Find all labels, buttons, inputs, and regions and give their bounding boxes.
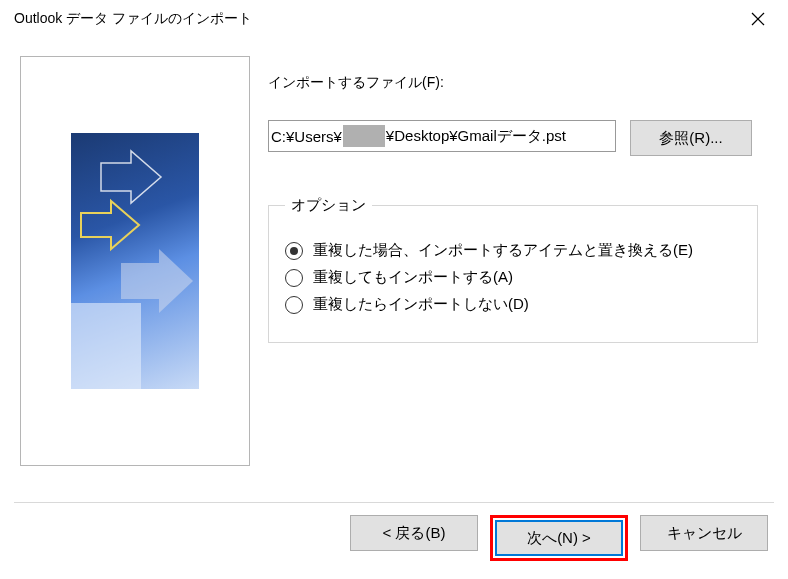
radio-label: 重複したらインポートしない(D)	[313, 295, 529, 314]
file-label: インポートするファイル(F):	[268, 74, 768, 92]
titlebar: Outlook データ ファイルのインポート	[0, 0, 788, 38]
close-button[interactable]	[742, 7, 774, 31]
radio-replace-duplicates[interactable]: 重複した場合、インポートするアイテムと置き換える(E)	[285, 241, 741, 260]
cancel-button[interactable]: キャンセル	[640, 515, 768, 551]
browse-button[interactable]: 参照(R)...	[630, 120, 752, 156]
close-icon	[751, 12, 765, 26]
right-pane: インポートするファイル(F): C:¥Users¥¥Desktop¥Gmailデ…	[268, 56, 768, 466]
next-button[interactable]: 次へ(N) >	[495, 520, 623, 556]
button-row: < 戻る(B) 次へ(N) > キャンセル	[350, 515, 768, 561]
radio-allow-duplicates[interactable]: 重複してもインポートする(A)	[285, 268, 741, 287]
file-row: C:¥Users¥¥Desktop¥Gmailデータ.pst 参照(R)...	[268, 120, 768, 156]
divider	[14, 502, 774, 503]
wizard-arrow-graphic	[71, 133, 199, 389]
file-path-input[interactable]: C:¥Users¥¥Desktop¥Gmailデータ.pst	[268, 120, 616, 152]
options-group: オプション 重複した場合、インポートするアイテムと置き換える(E) 重複してもイ…	[268, 196, 758, 343]
radio-skip-duplicates[interactable]: 重複したらインポートしない(D)	[285, 295, 741, 314]
content-area: インポートするファイル(F): C:¥Users¥¥Desktop¥Gmailデ…	[0, 38, 788, 466]
options-legend: オプション	[285, 196, 372, 215]
radio-icon	[285, 269, 303, 287]
wizard-image-frame	[20, 56, 250, 466]
dialog-title: Outlook データ ファイルのインポート	[14, 10, 252, 28]
radio-icon	[285, 242, 303, 260]
svg-rect-3	[71, 303, 141, 389]
redacted-username	[343, 125, 385, 147]
radio-label: 重複した場合、インポートするアイテムと置き換える(E)	[313, 241, 693, 260]
radio-icon	[285, 296, 303, 314]
back-button[interactable]: < 戻る(B)	[350, 515, 478, 551]
next-button-highlight: 次へ(N) >	[490, 515, 628, 561]
file-path-prefix: C:¥Users¥	[271, 128, 342, 145]
radio-label: 重複してもインポートする(A)	[313, 268, 513, 287]
file-path-suffix: ¥Desktop¥Gmailデータ.pst	[386, 127, 566, 146]
